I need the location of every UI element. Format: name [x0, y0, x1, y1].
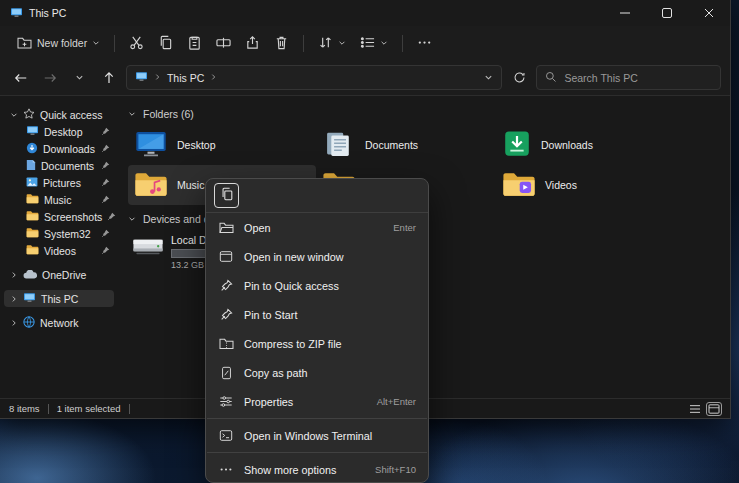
title-bar: This PC	[0, 0, 730, 26]
folder-tile-videos[interactable]: Videos	[496, 165, 676, 205]
close-button[interactable]	[688, 0, 730, 26]
maximize-button[interactable]	[646, 0, 688, 26]
open-icon	[218, 221, 234, 234]
share-button[interactable]	[238, 30, 267, 57]
cut-button[interactable]	[122, 30, 151, 57]
search-input[interactable]	[564, 72, 712, 84]
rename-button[interactable]	[209, 30, 238, 57]
sidebar-item-music[interactable]: Music	[4, 191, 114, 208]
pictures-icon	[26, 177, 38, 189]
sidebar-item-this-pc[interactable]: This PC	[4, 290, 114, 307]
menu-item-open-in-windows-terminal[interactable]: Open in Windows Terminal	[206, 421, 428, 450]
menu-item-copy-as-path[interactable]: Copy as path	[206, 358, 428, 387]
address-dropdown-chevron[interactable]	[484, 72, 493, 84]
menu-separator	[207, 452, 427, 453]
minimize-button[interactable]	[604, 0, 646, 26]
large-icons-view-button[interactable]	[707, 403, 721, 415]
menu-item-open-in-new-window[interactable]: Open in new window	[206, 242, 428, 271]
pin-icon	[218, 308, 234, 321]
pin-icon	[101, 127, 110, 136]
sidebar-item-system32[interactable]: System32	[4, 225, 114, 242]
sidebar-item-network[interactable]: Network	[4, 314, 114, 331]
command-bar: New folder	[0, 26, 730, 60]
recent-locations-chevron[interactable]	[67, 65, 91, 90]
properties-icon	[218, 395, 234, 408]
copy-button[interactable]	[151, 30, 180, 57]
this-pc-icon	[10, 7, 23, 20]
statusbar-separator	[48, 404, 49, 414]
new-folder-icon	[17, 36, 32, 51]
paste-icon	[187, 35, 202, 52]
details-view-button[interactable]	[688, 403, 702, 415]
paste-button[interactable]	[180, 30, 209, 57]
folder-tile-downloads[interactable]: Downloads	[496, 125, 676, 165]
menu-item-compress-to-zip[interactable]: Compress to ZIP file	[206, 329, 428, 358]
address-bar[interactable]: This PC	[126, 65, 502, 90]
chevron-down-icon	[128, 110, 136, 118]
ellipsis-icon	[417, 35, 432, 52]
pin-icon	[101, 229, 110, 238]
sidebar-item-desktop[interactable]: Desktop	[4, 123, 114, 140]
folder-tile-documents[interactable]: Documents	[316, 125, 496, 165]
chevron-down-icon	[128, 215, 136, 223]
pin-icon	[107, 212, 116, 221]
sort-button[interactable]	[311, 30, 353, 57]
menu-item-open[interactable]: Open Enter	[206, 213, 428, 242]
sidebar-item-videos[interactable]: Videos	[4, 242, 114, 259]
documents-icon	[26, 159, 36, 173]
chevron-right-icon	[10, 295, 18, 303]
sidebar-item-label: System32	[44, 228, 91, 240]
menu-item-label: Pin to Start	[244, 309, 297, 321]
more-options-button[interactable]	[410, 30, 439, 57]
menu-item-label: Compress to ZIP file	[244, 338, 342, 350]
sidebar-group-gap	[0, 259, 118, 266]
sidebar-item-label: Documents	[41, 160, 94, 172]
item-count: 8 items	[9, 403, 40, 414]
show-more-icon	[218, 463, 234, 476]
folder-tile-label: Desktop	[177, 139, 216, 151]
documents-icon	[322, 130, 356, 160]
cut-icon	[129, 35, 144, 52]
breadcrumb-this-pc[interactable]: This PC	[167, 72, 204, 84]
menu-item-shortcut: Shift+F10	[375, 464, 416, 475]
chevron-right-icon	[10, 271, 18, 279]
sidebar-item-onedrive[interactable]: OneDrive	[4, 266, 114, 283]
menu-item-label: Open	[244, 222, 270, 234]
menu-item-properties[interactable]: Properties Alt+Enter	[206, 387, 428, 416]
forward-button[interactable]	[38, 65, 62, 90]
folder-tile-desktop[interactable]: Desktop	[128, 125, 316, 165]
menu-item-label: Open in Windows Terminal	[244, 430, 372, 442]
refresh-button[interactable]	[507, 65, 531, 90]
menu-item-pin-to-start[interactable]: Pin to Start	[206, 300, 428, 329]
sidebar-group-gap	[0, 307, 118, 314]
view-icon	[360, 35, 375, 52]
view-button[interactable]	[353, 30, 395, 57]
up-button[interactable]	[97, 65, 121, 90]
menu-item-label: Properties	[244, 396, 293, 408]
folders-section-header[interactable]: Folders (6)	[128, 106, 730, 122]
chevron-right-icon	[10, 319, 18, 327]
sidebar-item-screenshots[interactable]: Screenshots	[4, 208, 114, 225]
search-box[interactable]	[536, 65, 721, 90]
downloads-icon	[502, 130, 532, 160]
menu-item-pin-to-quick-access[interactable]: Pin to Quick access	[206, 271, 428, 300]
sidebar-item-pictures[interactable]: Pictures	[4, 174, 114, 191]
sidebar-item-label: Network	[40, 317, 79, 329]
navigation-bar: This PC	[0, 60, 730, 96]
copy-quick-action-button[interactable]	[214, 183, 239, 208]
share-icon	[245, 35, 260, 52]
folder-tile-label: Videos	[545, 179, 577, 191]
folders-header-label: Folders (6)	[143, 108, 194, 120]
menu-item-show-more-options[interactable]: Show more options Shift+F10	[206, 455, 428, 483]
folder-icon	[26, 193, 39, 206]
sidebar-item-quick-access[interactable]: Quick access	[4, 106, 114, 123]
sidebar-item-documents[interactable]: Documents	[4, 157, 114, 174]
selection-count: 1 item selected	[57, 403, 121, 414]
back-button[interactable]	[9, 65, 33, 90]
sidebar-item-downloads[interactable]: Downloads	[4, 140, 114, 157]
videos-folder-icon	[502, 171, 536, 200]
new-folder-button[interactable]: New folder	[10, 31, 107, 56]
delete-button[interactable]	[267, 30, 296, 57]
context-menu-quick-actions	[206, 179, 428, 213]
copy-icon	[220, 187, 234, 205]
